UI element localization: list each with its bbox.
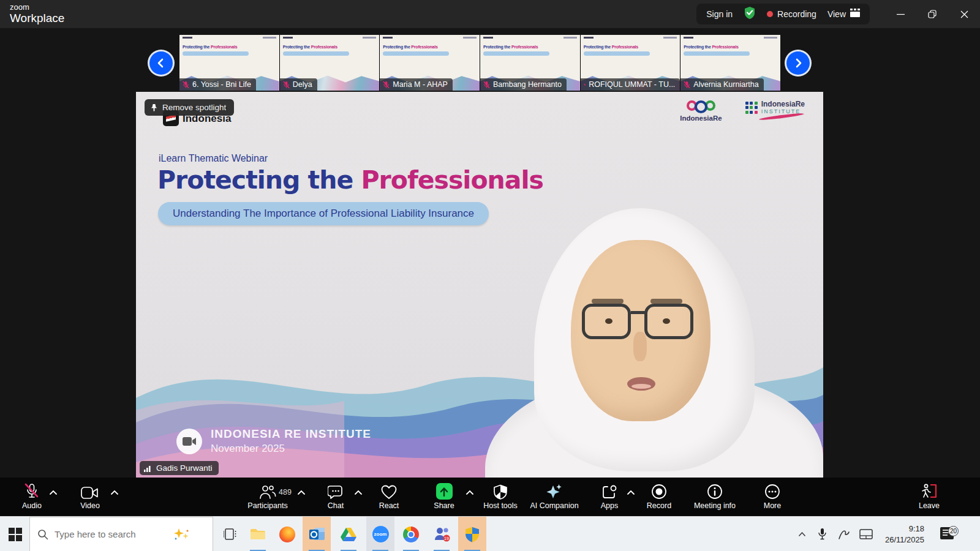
slide-title: Protecting the Professionals — [157, 165, 543, 195]
clock-time: 9:18 — [885, 523, 924, 534]
outlook-taskbar-icon[interactable] — [303, 517, 331, 551]
notification-center-button[interactable]: 20 — [933, 517, 960, 551]
task-view-icon — [224, 528, 236, 540]
mini-slide-logos — [283, 37, 377, 39]
teams-icon: 19 — [434, 527, 450, 542]
tray-pen-button[interactable] — [835, 517, 853, 551]
participant-thumbnail[interactable]: Protecting the Professionals ROFIQUL UMM… — [581, 35, 680, 91]
muted-mic-icon — [283, 81, 290, 89]
more-ellipsis-icon — [733, 478, 812, 500]
tray-mic-button[interactable] — [813, 517, 831, 551]
mini-slide-logos — [183, 37, 276, 39]
chevron-up-icon — [798, 531, 806, 537]
speaker-name: Gadis Purwanti — [156, 463, 213, 473]
participant-thumbnail[interactable]: Protecting the Professionals Maria M - A… — [380, 35, 480, 91]
participant-thumbnail[interactable]: Protecting the Professionals 6. Yossi - … — [179, 35, 279, 91]
institute-label-main: IndonesiaRe — [761, 100, 805, 108]
video-label: Video — [50, 501, 130, 510]
participant-name: Delya — [293, 80, 312, 89]
filmstrip-next-button[interactable] — [786, 51, 810, 75]
mini-slide-title: Protecting the Professionals — [383, 45, 437, 49]
participant-nametag: Alvernia Kurniartha — [680, 78, 763, 91]
touchpad-icon — [859, 529, 873, 539]
mini-slide-logos — [584, 37, 677, 39]
slide-footer-date: November 2025 — [211, 443, 371, 455]
zoom-taskbar-icon[interactable]: zoom — [366, 517, 394, 551]
folder-icon — [250, 528, 266, 541]
security-shield-icon — [465, 527, 480, 542]
search-highlights-sparkle-icon — [171, 527, 192, 542]
mini-slide-title: Protecting the Professionals — [483, 45, 538, 49]
leave-label: Leave — [889, 501, 969, 510]
search-input[interactable] — [55, 529, 165, 539]
windows-logo-icon — [9, 528, 22, 541]
mini-slide-title: Protecting the Professionals — [684, 45, 738, 49]
remove-spotlight-label: Remove spotlight — [162, 103, 226, 112]
security-shield-icon[interactable] — [744, 6, 756, 22]
close-button[interactable] — [948, 0, 980, 28]
recording-dot-icon — [767, 11, 773, 17]
muted-mic-icon — [383, 81, 390, 89]
share-screen-icon — [436, 483, 453, 500]
windows-security-taskbar-icon[interactable] — [458, 517, 486, 551]
pen-icon — [838, 529, 850, 540]
recording-indicator[interactable]: Recording — [767, 9, 816, 19]
file-explorer-taskbar-icon[interactable] — [244, 517, 272, 551]
muted-mic-icon — [183, 81, 189, 89]
taskbar-clock[interactable]: 9:18 26/11/2025 — [881, 517, 929, 551]
muted-mic-icon — [483, 81, 490, 89]
clock-date: 26/11/2025 — [885, 534, 924, 545]
more-label: More — [733, 501, 812, 510]
taskbar-search[interactable] — [29, 517, 213, 551]
start-button[interactable] — [1, 517, 29, 551]
google-drive-taskbar-icon[interactable] — [334, 517, 363, 551]
participant-thumbnail[interactable]: Protecting the Professionals Alvernia Ku… — [680, 35, 780, 91]
leave-door-icon — [889, 478, 969, 500]
firefox-taskbar-icon[interactable] — [273, 517, 301, 551]
muted-mic-icon — [584, 81, 586, 89]
drive-icon — [341, 527, 356, 541]
chrome-taskbar-icon[interactable] — [397, 517, 425, 551]
sign-in-button[interactable]: Sign in — [706, 9, 733, 19]
mini-slide-title: Protecting the Professionals — [584, 45, 638, 49]
zoom-workplace-logo: zoom Workplace — [10, 3, 64, 24]
tray-touchpad-button[interactable] — [856, 517, 876, 551]
participant-filmstrip: Protecting the Professionals 6. Yossi - … — [179, 35, 780, 91]
remove-spotlight-button[interactable]: Remove spotlight — [145, 99, 234, 116]
view-label: View — [827, 9, 846, 19]
window-controls — [884, 0, 980, 28]
slide-subtitle-pill: Understanding The Importance of Professi… — [158, 202, 489, 225]
mini-slide-logos — [483, 37, 577, 39]
restore-button[interactable] — [916, 0, 948, 28]
minimize-button[interactable] — [884, 0, 916, 28]
brand-zoom: zoom — [10, 3, 64, 11]
participant-thumbnail[interactable]: Protecting the Professionals Delya — [280, 35, 380, 91]
muted-mic-icon — [684, 81, 690, 89]
mini-slide-title: Protecting the Professionals — [283, 45, 337, 49]
mini-slide-subtitle — [183, 51, 249, 56]
slide-title-part1: Protecting the — [157, 165, 361, 195]
leave-button[interactable]: Leave — [889, 478, 969, 516]
speaker-nametag: Gadis Purwanti — [140, 461, 219, 475]
video-button[interactable]: Video — [50, 478, 130, 516]
signal-bars-icon — [144, 465, 153, 472]
participant-name: 6. Yossi - Bni Life — [192, 80, 251, 89]
spotlight-video[interactable]: Remove spotlight Danantara Indonesia Ind… — [136, 92, 823, 478]
teams-taskbar-icon[interactable]: 19 — [428, 517, 456, 551]
titlebar-controls-pill: Sign in Recording View — [696, 4, 870, 24]
task-view-button[interactable] — [216, 517, 244, 551]
participant-nametag: Delya — [280, 78, 317, 91]
more-button[interactable]: More — [733, 478, 812, 516]
participant-thumbnail[interactable]: Protecting the Professionals Bambang Her… — [480, 35, 580, 91]
indonesia-re-institute-logo: IndonesiaRe INSTITUTE — [745, 100, 805, 114]
filmstrip-prev-button[interactable] — [149, 51, 173, 75]
slide-title-part2: Professionals — [361, 165, 543, 195]
mini-slide-subtitle — [383, 51, 449, 56]
tray-expand-button[interactable] — [793, 517, 810, 551]
view-button[interactable]: View — [827, 9, 860, 20]
chrome-icon — [403, 527, 419, 542]
mini-slide-subtitle — [584, 51, 650, 56]
zoom-app-icon: zoom — [372, 526, 389, 542]
mini-slide-title: Protecting the Professionals — [183, 45, 237, 49]
video-caret[interactable] — [110, 490, 119, 496]
